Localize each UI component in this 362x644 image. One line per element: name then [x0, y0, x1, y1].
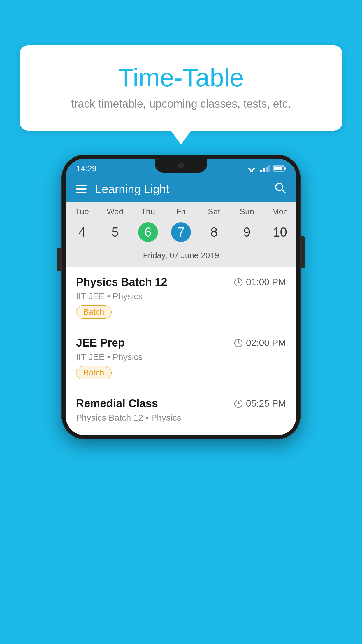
- schedule-time: 01:00 PM: [234, 277, 286, 288]
- clock-icon: [234, 399, 243, 408]
- hamburger-menu[interactable]: [76, 185, 87, 193]
- schedule-time: 05:25 PM: [234, 398, 286, 409]
- signal-icon: [260, 165, 270, 172]
- day-number[interactable]: 4: [66, 220, 99, 244]
- schedule-item[interactable]: JEE Prep 02:00 PMIIT JEE • PhysicsBatch: [66, 327, 296, 388]
- schedule-meta: IIT JEE • Physics: [76, 352, 286, 362]
- day-number[interactable]: 10: [263, 220, 296, 244]
- schedule-item[interactable]: Remedial Class 05:25 PMPhysics Batch 12 …: [66, 388, 296, 435]
- svg-rect-5: [266, 167, 268, 172]
- phone-notch: [155, 159, 207, 173]
- clock-icon: [234, 338, 243, 348]
- calendar-strip: TueWedThuFriSatSunMon 45678910 Friday, 0…: [66, 202, 296, 267]
- phone-outer: 14:29: [61, 155, 301, 439]
- day-header: Thu: [131, 207, 164, 216]
- phone-mockup: 14:29: [61, 155, 301, 439]
- svg-rect-8: [284, 167, 286, 170]
- day-header: Fri: [164, 207, 197, 216]
- svg-rect-9: [274, 167, 282, 170]
- batch-badge: Batch: [76, 366, 112, 379]
- app-bar: Learning Light: [66, 176, 296, 202]
- bubble-subtitle: track timetable, upcoming classes, tests…: [43, 98, 319, 110]
- svg-line-11: [282, 190, 285, 193]
- app-title: Learning Light: [95, 183, 169, 196]
- day-headers: TueWedThuFriSatSunMon: [66, 207, 296, 216]
- day-header: Wed: [99, 207, 131, 216]
- clock-icon: [234, 278, 243, 287]
- speech-bubble: Time-Table track timetable, upcoming cla…: [20, 45, 342, 131]
- schedule-list: Physics Batch 12 01:00 PMIIT JEE • Physi…: [66, 267, 296, 435]
- search-button[interactable]: [274, 182, 286, 196]
- svg-rect-6: [268, 165, 270, 172]
- schedule-item[interactable]: Physics Batch 12 01:00 PMIIT JEE • Physi…: [66, 267, 296, 327]
- day-number[interactable]: 8: [198, 220, 231, 244]
- day-number[interactable]: 7: [164, 220, 197, 244]
- schedule-title: Physics Batch 12: [76, 276, 167, 288]
- bubble-title: Time-Table: [43, 63, 319, 92]
- svg-rect-4: [263, 168, 265, 172]
- battery-icon: [273, 165, 286, 172]
- day-header: Sun: [231, 207, 263, 216]
- app-bar-left: Learning Light: [76, 183, 169, 196]
- svg-rect-3: [260, 170, 262, 172]
- schedule-meta: Physics Batch 12 • Physics: [76, 413, 286, 423]
- day-header: Sat: [198, 207, 231, 216]
- day-number[interactable]: 6: [131, 220, 164, 244]
- selected-date: Friday, 07 June 2019: [66, 249, 296, 264]
- batch-badge: Batch: [76, 305, 112, 319]
- phone-screen: 14:29: [66, 159, 296, 435]
- day-number[interactable]: 5: [99, 220, 131, 244]
- status-icons: [246, 165, 286, 172]
- day-number[interactable]: 9: [231, 220, 263, 244]
- schedule-time: 02:00 PM: [234, 337, 286, 348]
- schedule-title: JEE Prep: [76, 337, 125, 349]
- schedule-title: Remedial Class: [76, 397, 158, 410]
- front-camera: [178, 163, 184, 169]
- day-numbers: 45678910: [66, 220, 296, 244]
- schedule-meta: IIT JEE • Physics: [76, 291, 286, 301]
- day-header: Mon: [263, 207, 296, 216]
- speech-bubble-container: Time-Table track timetable, upcoming cla…: [20, 45, 342, 131]
- status-time: 14:29: [76, 164, 96, 173]
- wifi-icon: [246, 165, 257, 172]
- day-header: Tue: [66, 207, 99, 216]
